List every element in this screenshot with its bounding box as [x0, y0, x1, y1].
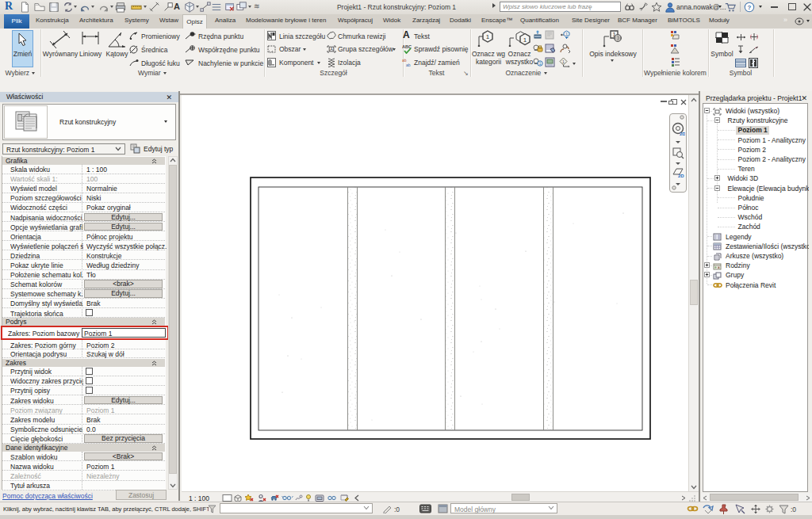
svg-text:1: 1 [486, 33, 490, 40]
svg-text:A: A [330, 47, 333, 52]
svg-text:1: 1 [562, 59, 565, 64]
svg-text:1: 1 [523, 36, 527, 44]
svg-text:2D: 2D [680, 132, 685, 136]
svg-text:1: 1 [538, 61, 541, 66]
svg-text:1: 1 [565, 32, 568, 36]
svg-text:?: ? [748, 4, 752, 11]
svg-text:2D: 2D [678, 174, 684, 178]
svg-text:ab: ab [406, 63, 411, 67]
